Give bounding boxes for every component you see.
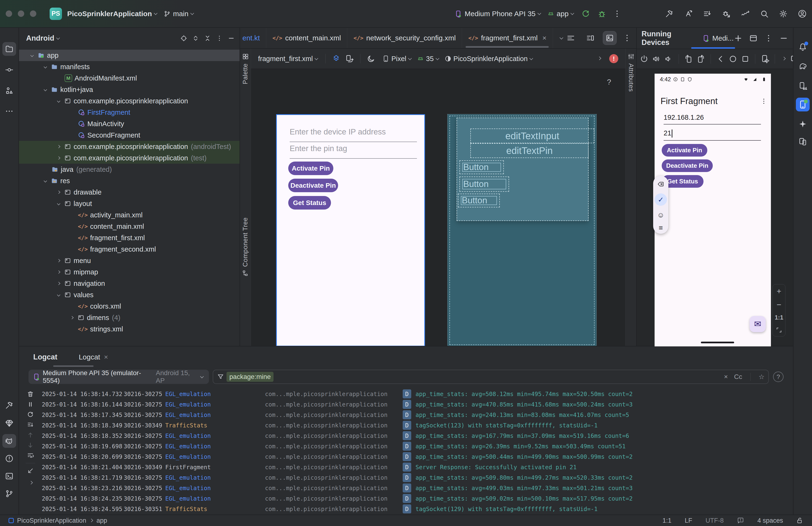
tree-chevron-icon[interactable]	[30, 54, 34, 57]
tree-item-kotlin-java[interactable]: kotlin+java	[19, 84, 240, 95]
tree-item-com-example-picosprinklerapplication[interactable]: com.example.picosprinklerapplication(and…	[19, 141, 240, 152]
tree-item-androidmanifest-xml[interactable]: MAndroidManifest.xml	[19, 72, 240, 84]
logcat-row[interactable]: 2025-01-14 16:38:20.69930216-30275EGL_em…	[42, 451, 791, 462]
help-icon[interactable]: ?	[607, 78, 611, 86]
device-manager-button[interactable]	[796, 79, 810, 93]
logcat-row[interactable]: 2025-01-14 16:38:24.23530216-30275EGL_em…	[42, 493, 791, 504]
tree-item-drawable[interactable]: drawable	[19, 186, 240, 198]
version-control-tool-button[interactable]	[2, 487, 16, 501]
tree-item-mainactivity[interactable]: MainActivity	[19, 118, 240, 129]
tree-item-layout[interactable]: layout	[19, 198, 240, 209]
device-selector[interactable]: Medium Phone API 35	[455, 10, 542, 18]
volume-down-button[interactable]	[664, 54, 673, 63]
file-encoding[interactable]: UTF-8	[706, 517, 724, 524]
logcat-row[interactable]: 2025-01-14 16:38:21.40430216-30349FirstF…	[42, 462, 791, 472]
gesture-handle[interactable]	[701, 342, 734, 343]
project-selector[interactable]: PicoSprinklerApplication	[67, 10, 158, 18]
soft-wrap-button[interactable]	[27, 452, 34, 459]
tree-chevron-icon[interactable]	[57, 145, 60, 148]
close-tab-icon[interactable]: ×	[542, 34, 547, 42]
component-tree-label[interactable]: Component Tree	[242, 217, 249, 267]
tree-item-fragment-first-xml[interactable]: </>fragment_first.xml	[19, 232, 240, 243]
favorite-filter-icon[interactable]: ☆	[758, 373, 765, 381]
gradle-tool-button[interactable]	[796, 60, 810, 73]
palette-strip[interactable]: Palette Component Tree	[240, 49, 251, 346]
zoom-in-button[interactable]: +	[777, 287, 781, 295]
window-close-button[interactable]	[6, 11, 12, 17]
back-button[interactable]	[716, 54, 725, 63]
emulator-button-deactivate-pin[interactable]: Deactivate Pin	[662, 159, 713, 172]
search-everywhere-button[interactable]	[760, 9, 769, 18]
keyboard-menu-icon[interactable]: ≡	[658, 224, 663, 231]
pin-field-value[interactable]: 21	[664, 129, 672, 138]
next-occurrence-button[interactable]	[27, 442, 34, 449]
project-tool-button[interactable]	[2, 42, 16, 56]
blueprint-button[interactable]: Button	[460, 176, 509, 192]
pause-logcat-button[interactable]	[27, 401, 34, 408]
tree-item-secondfragment[interactable]: SecondFragment	[19, 129, 240, 141]
design-view-button[interactable]	[603, 31, 617, 45]
emulator-screen[interactable]: 4:42 First Fragment	[655, 74, 771, 346]
volume-up-button[interactable]	[652, 54, 661, 63]
tree-item-com-example-picosprinklerapplication[interactable]: com.example.picosprinklerapplication	[19, 95, 240, 107]
commit-tool-button[interactable]	[2, 63, 16, 77]
api-selector[interactable]: 35	[417, 55, 440, 63]
attach-debugger-button[interactable]	[722, 9, 731, 18]
toolbar-overflow-icon[interactable]	[782, 57, 786, 60]
account-button[interactable]	[798, 9, 807, 18]
line-separator[interactable]: LF	[685, 517, 692, 524]
window-minimize-button[interactable]	[18, 11, 24, 17]
zoom-out-button[interactable]: −	[777, 300, 781, 309]
clear-logcat-button[interactable]	[27, 390, 34, 398]
project-view-selector[interactable]: Android	[26, 34, 54, 43]
rerun-button[interactable]	[581, 9, 590, 18]
logcat-row[interactable]: 2025-01-14 16:38:18.35230216-30275EGL_em…	[42, 430, 791, 441]
logcat-row[interactable]: 2025-01-14 16:38:21.71930216-30275EGL_em…	[42, 472, 791, 483]
more-actions-button[interactable]	[612, 9, 622, 18]
previous-occurrence-button[interactable]	[27, 431, 34, 439]
tab-fragment-first[interactable]: </>fragment_first.xml×	[462, 28, 553, 48]
logcat-tab[interactable]: Logcat×	[79, 353, 108, 361]
logcat-row[interactable]: 2025-01-14 16:38:19.69830216-30275EGL_em…	[42, 441, 791, 451]
zoom-reset-button[interactable]: 1:1	[775, 314, 783, 321]
logcat-output[interactable]: 2025-01-14 16:38:14.73230216-30275EGL_em…	[42, 389, 791, 514]
tree-item-dimens[interactable]: dimens(4)	[19, 312, 240, 323]
tree-item-res[interactable]: res	[19, 175, 240, 186]
help-icon[interactable]: ?	[773, 372, 783, 382]
attributes-strip[interactable]: Attributes	[625, 49, 636, 346]
home-button[interactable]	[728, 54, 737, 63]
code-view-button[interactable]	[564, 31, 577, 45]
tree-item-mipmap[interactable]: mipmap	[19, 266, 240, 278]
code-with-me-button[interactable]	[684, 9, 693, 18]
zoom-fit-button[interactable]	[775, 326, 783, 333]
confirm-icon[interactable]: ✓	[655, 194, 667, 206]
select-opened-file-button[interactable]	[180, 35, 187, 42]
pin-input-placeholder[interactable]: Enter the pin tag	[290, 144, 417, 153]
scroll-to-end-button[interactable]	[27, 421, 34, 428]
build-button[interactable]	[665, 9, 674, 18]
tree-chevron-icon[interactable]	[57, 190, 60, 194]
split-view-button[interactable]	[584, 31, 597, 45]
tree-chevron-icon[interactable]	[57, 99, 60, 103]
app-menu-icon[interactable]	[760, 98, 767, 105]
gemini-button[interactable]	[796, 117, 810, 131]
window-mode-button[interactable]	[749, 34, 758, 43]
debug-button[interactable]	[597, 9, 606, 18]
notifications-button[interactable]	[796, 40, 810, 54]
design-file-selector[interactable]: fragment_first.xml	[258, 55, 319, 63]
rotate-left-button[interactable]	[684, 54, 693, 63]
preview-button-deactivate-pin[interactable]: Deactivate Pin	[288, 179, 338, 192]
preview-button-get-status[interactable]: Get Status	[288, 196, 331, 210]
collapse-gutter-icon[interactable]	[29, 481, 33, 485]
expand-all-button[interactable]	[192, 35, 199, 42]
tree-chevron-icon[interactable]	[57, 156, 60, 160]
build-tool-button[interactable]	[2, 398, 16, 412]
tree-item-fragment-second-xml[interactable]: </>fragment_second.xml	[19, 243, 240, 255]
tree-item-colors-xml[interactable]: </>colors.xml	[19, 300, 240, 312]
error-badge[interactable]: !	[609, 54, 618, 63]
add-device-button[interactable]	[734, 34, 743, 43]
hide-panel-button[interactable]	[228, 35, 235, 42]
caret-position[interactable]: 1:1	[663, 517, 671, 524]
tree-item-menu[interactable]: menu	[19, 255, 240, 266]
tree-chevron-icon[interactable]	[44, 65, 47, 68]
